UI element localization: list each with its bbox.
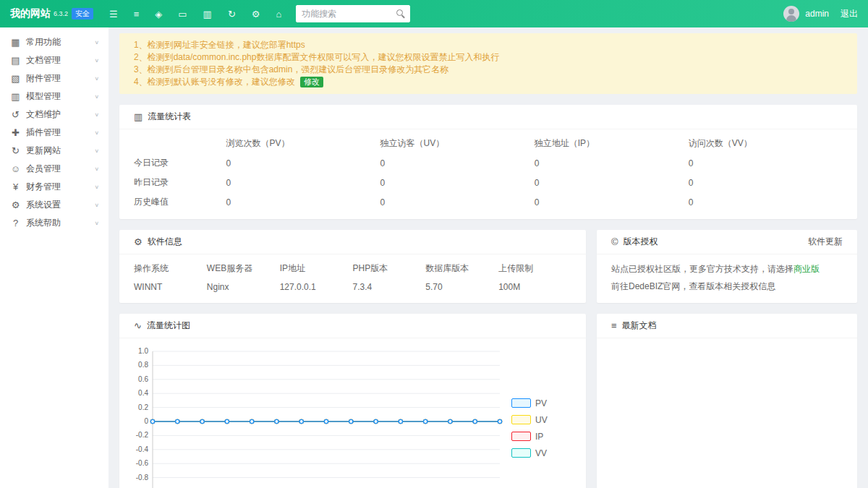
cell-value: 0 [535,153,689,173]
attachment-icon: ▧ [9,73,22,84]
site-name: 我的网站 [10,7,51,20]
commercial-version-link[interactable]: 商业版 [793,264,820,274]
license-line1-text: 站点已授权社区版，更多官方技术支持，请选择 [611,264,793,274]
sidebar-item-models[interactable]: ▥ 模型管理 ∨ [0,87,109,106]
home-icon[interactable]: ⌂ [276,9,281,20]
empty-header-cell [134,134,226,153]
chevron-down-icon: ∨ [94,58,99,64]
document-icon: ▤ [9,55,22,66]
license-line1: 站点已授权社区版，更多官方技术支持，请选择商业版 [611,260,843,278]
modify-button[interactable]: 修改 [300,77,323,87]
brand[interactable]: 我的网站 6.3.2 安全 [10,7,93,20]
sidebar-item-attachments[interactable]: ▧ 附件管理 ∨ [0,69,109,87]
tag-icon[interactable]: ◈ [155,9,162,20]
software-info-card: ⚙ 软件信息 操作系统 WEB服务器 IP地址 PHP版本 数据库版本 上 [119,230,586,303]
topbar: 我的网站 6.3.2 安全 ☰ ≡ ◈ ▭ ▥ ↻ ⚙ ⌂ admin 退出 [0,0,868,27]
sidebar-item-label: 更新网站 [26,145,61,157]
security-alert-box: 1、检测到网址非安全链接，建议您部署https 2、检测到data/common… [119,33,857,94]
chevron-down-icon: ∨ [94,166,99,172]
legend-swatch [511,398,531,408]
license-body: 站点已授权社区版，更多官方技术支持，请选择商业版 前往DedeBIZ官网，查看版… [597,254,857,302]
traffic-table-card-header: ▥ 流量统计表 [119,105,857,129]
svg-text:1.0: 1.0 [138,347,148,355]
topbar-icons: ☰ ≡ ◈ ▭ ▥ ↻ ⚙ ⌂ [109,9,281,20]
column-header-ip: 独立地址（IP） [535,134,689,153]
latest-docs-header: ≡ 最新文档 [597,314,857,338]
svg-text:-0.4: -0.4 [136,445,149,453]
latest-docs-card: ≡ 最新文档 [597,314,857,488]
search-input[interactable] [296,5,391,22]
traffic-table-card: ▥ 流量统计表 浏览次数（PV） 独立访客（UV） 独立地址（IP） 访问次数（… [119,105,857,219]
traffic-chart-header: ∿ 流量统计图 [119,314,586,338]
finance-icon: ¥ [9,181,22,192]
svg-text:0.2: 0.2 [138,403,148,411]
license-line2: 前往DedeBIZ官网，查看版本相关授权信息 [611,278,843,295]
sidebar-item-label: 财务管理 [26,181,61,193]
cell-value: 0 [689,173,843,192]
table-row-peak: 历史峰值 0 0 0 0 [134,192,843,212]
list-icon[interactable]: ≡ [134,9,140,20]
list-icon: ≡ [611,320,617,331]
sidebar-item-label: 常用功能 [26,36,61,48]
sidebar-item-common[interactable]: ▦ 常用功能 ∨ [0,33,109,51]
refresh-icon: ↻ [9,145,22,156]
chart-icon[interactable]: ▥ [203,9,212,20]
cell-value: 0 [535,192,689,212]
legend-item[interactable]: IP [511,432,559,442]
legend-swatch [511,432,531,441]
sidebar-item-label: 文档维护 [26,108,61,121]
member-icon: ☺ [9,163,22,174]
software-update-link[interactable]: 软件更新 [808,236,843,248]
sidebar-item-finance[interactable]: ¥ 财务管理 ∨ [0,178,109,196]
column-header-upload: 上传限制 [498,259,571,278]
sidebar-item-update-site[interactable]: ↻ 更新网站 ∨ [0,142,109,160]
username[interactable]: admin [805,9,829,19]
cell-value: 0 [689,153,843,173]
sidebar-item-label: 附件管理 [26,72,61,85]
sidebar-item-help[interactable]: ? 系统帮助 ∨ [0,214,109,232]
copyright-icon: © [611,236,618,247]
upload-value: 100M [498,278,571,296]
gear-icon[interactable]: ⚙ [252,9,260,20]
legend-label: VV [535,448,547,458]
alert-line: 4、检测到默认账号没有修改，建议您修改 修改 [134,76,843,88]
cell-value: 0 [535,173,689,192]
cell-value: 0 [380,173,535,192]
column-header-php: PHP版本 [352,259,425,278]
software-info-value-row: WINNT Nginx 127.0.0.1 7.3.4 5.70 100M [134,278,571,296]
row-label: 今日记录 [134,153,226,173]
legend-label: IP [535,432,543,442]
refresh-icon[interactable]: ↻ [228,9,236,20]
row-label: 历史峰值 [134,192,226,212]
latest-docs-title: 最新文档 [622,320,657,332]
column-header-db: 数据库版本 [425,259,498,278]
legend-label: PV [535,398,547,408]
sidebar: ▦ 常用功能 ∨ ▤ 文档管理 ∨ ▧ 附件管理 ∨ ▥ 模型管理 ∨ ↺ 文档… [0,27,109,488]
cell-value: 0 [226,173,380,192]
sidebar-item-members[interactable]: ☺ 会员管理 ∨ [0,160,109,178]
folder-icon[interactable]: ▭ [178,9,187,20]
db-value: 5.70 [425,278,498,296]
sidebar-item-label: 系统帮助 [26,217,61,229]
software-info-header-row: 操作系统 WEB服务器 IP地址 PHP版本 数据库版本 上传限制 [134,259,571,278]
sidebar-item-documents[interactable]: ▤ 文档管理 ∨ [0,51,109,69]
sidebar-item-maintenance[interactable]: ↺ 文档维护 ∨ [0,106,109,124]
row-label: 昨日记录 [134,173,226,192]
legend-item[interactable]: UV [511,415,559,425]
user-area: admin 退出 [783,6,858,22]
chevron-down-icon: ∨ [94,148,99,154]
traffic-table-header-row: 浏览次数（PV） 独立访客（UV） 独立地址（IP） 访问次数（VV） [134,134,843,153]
legend-item[interactable]: PV [511,398,559,408]
search-button[interactable] [391,5,410,22]
sidebar-item-settings[interactable]: ⚙ 系统设置 ∨ [0,196,109,214]
shortcut-menu-icon[interactable]: ☰ [109,9,118,20]
traffic-table-title: 流量统计表 [148,111,191,123]
security-badge[interactable]: 安全 [72,8,93,20]
avatar[interactable] [783,6,799,22]
sidebar-item-plugins[interactable]: ✚ 插件管理 ∨ [0,124,109,142]
logout-link[interactable]: 退出 [841,8,858,20]
os-value: WINNT [134,278,207,296]
svg-text:-0.6: -0.6 [136,459,149,467]
traffic-chart-svg: 1.00.80.60.40.20-0.2-0.4-0.6-0.8-1.005-2… [124,344,507,488]
legend-item[interactable]: VV [511,448,559,458]
